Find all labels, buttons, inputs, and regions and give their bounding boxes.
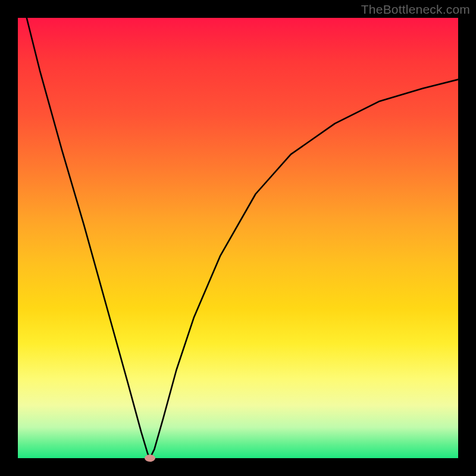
curve-svg (18, 18, 458, 458)
plot-area (18, 18, 458, 458)
chart-frame: TheBottleneck.com (0, 0, 476, 476)
minimum-marker (145, 455, 155, 462)
bottleneck-curve (27, 18, 458, 458)
watermark-text: TheBottleneck.com (361, 2, 470, 17)
